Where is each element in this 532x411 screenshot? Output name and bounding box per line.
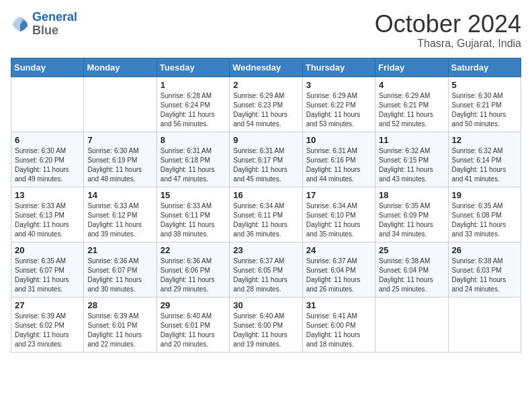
day-number: 4 bbox=[379, 80, 444, 90]
calendar-cell: 24Sunrise: 6:37 AM Sunset: 6:04 PM Dayli… bbox=[302, 242, 375, 297]
day-number: 2 bbox=[233, 80, 298, 90]
calendar-cell: 31Sunrise: 6:41 AM Sunset: 6:00 PM Dayli… bbox=[302, 297, 375, 352]
calendar-cell: 9Sunrise: 6:31 AM Sunset: 6:17 PM Daylig… bbox=[230, 132, 302, 187]
calendar-cell: 2Sunrise: 6:29 AM Sunset: 6:23 PM Daylig… bbox=[230, 77, 302, 132]
weekday-header-cell: Saturday bbox=[448, 58, 521, 77]
day-number: 30 bbox=[233, 300, 298, 310]
day-info: Sunrise: 6:35 AM Sunset: 6:09 PM Dayligh… bbox=[379, 201, 444, 239]
calendar-week-row: 20Sunrise: 6:35 AM Sunset: 6:07 PM Dayli… bbox=[11, 242, 521, 297]
calendar-cell bbox=[11, 77, 84, 132]
day-number: 7 bbox=[87, 135, 152, 145]
calendar-cell: 16Sunrise: 6:34 AM Sunset: 6:11 PM Dayli… bbox=[230, 187, 302, 242]
day-info: Sunrise: 6:31 AM Sunset: 6:18 PM Dayligh… bbox=[161, 146, 226, 184]
day-number: 26 bbox=[452, 245, 517, 255]
calendar-cell bbox=[375, 297, 448, 352]
day-info: Sunrise: 6:39 AM Sunset: 6:01 PM Dayligh… bbox=[87, 312, 152, 349]
calendar-cell bbox=[448, 297, 521, 352]
day-number: 14 bbox=[87, 190, 152, 200]
calendar-cell: 10Sunrise: 6:31 AM Sunset: 6:16 PM Dayli… bbox=[302, 132, 375, 187]
calendar-cell: 7Sunrise: 6:30 AM Sunset: 6:19 PM Daylig… bbox=[84, 132, 157, 187]
calendar-cell: 18Sunrise: 6:35 AM Sunset: 6:09 PM Dayli… bbox=[375, 187, 448, 242]
day-info: Sunrise: 6:34 AM Sunset: 6:10 PM Dayligh… bbox=[306, 201, 371, 239]
day-info: Sunrise: 6:35 AM Sunset: 6:07 PM Dayligh… bbox=[15, 257, 80, 294]
day-number: 23 bbox=[233, 245, 298, 255]
day-info: Sunrise: 6:36 AM Sunset: 6:06 PM Dayligh… bbox=[161, 257, 226, 294]
day-number: 15 bbox=[161, 190, 226, 200]
day-number: 13 bbox=[15, 190, 80, 200]
day-info: Sunrise: 6:37 AM Sunset: 6:04 PM Dayligh… bbox=[306, 257, 371, 294]
calendar-cell bbox=[84, 77, 157, 132]
day-number: 8 bbox=[161, 135, 226, 145]
day-number: 24 bbox=[306, 245, 371, 255]
calendar-cell: 20Sunrise: 6:35 AM Sunset: 6:07 PM Dayli… bbox=[11, 242, 84, 297]
day-info: Sunrise: 6:41 AM Sunset: 6:00 PM Dayligh… bbox=[306, 312, 371, 349]
calendar-cell: 19Sunrise: 6:35 AM Sunset: 6:08 PM Dayli… bbox=[448, 187, 521, 242]
day-number: 31 bbox=[306, 300, 371, 310]
day-info: Sunrise: 6:40 AM Sunset: 6:00 PM Dayligh… bbox=[233, 312, 298, 349]
calendar-cell: 8Sunrise: 6:31 AM Sunset: 6:18 PM Daylig… bbox=[157, 132, 229, 187]
calendar-cell: 14Sunrise: 6:33 AM Sunset: 6:12 PM Dayli… bbox=[84, 187, 157, 242]
weekday-header-row: SundayMondayTuesdayWednesdayThursdayFrid… bbox=[11, 58, 521, 77]
calendar-cell: 12Sunrise: 6:32 AM Sunset: 6:14 PM Dayli… bbox=[448, 132, 521, 187]
calendar-cell: 3Sunrise: 6:29 AM Sunset: 6:22 PM Daylig… bbox=[302, 77, 375, 132]
calendar-cell: 21Sunrise: 6:36 AM Sunset: 6:07 PM Dayli… bbox=[84, 242, 157, 297]
day-number: 3 bbox=[306, 80, 371, 90]
logo: General Blue bbox=[11, 11, 77, 38]
page-header: General Blue October 2024 Thasra, Gujara… bbox=[11, 11, 521, 50]
title-section: October 2024 Thasra, Gujarat, India bbox=[375, 11, 521, 50]
day-number: 12 bbox=[452, 135, 517, 145]
day-number: 29 bbox=[161, 300, 226, 310]
day-info: Sunrise: 6:31 AM Sunset: 6:17 PM Dayligh… bbox=[233, 146, 298, 184]
calendar-cell: 5Sunrise: 6:30 AM Sunset: 6:21 PM Daylig… bbox=[448, 77, 521, 132]
weekday-header-cell: Friday bbox=[375, 58, 448, 77]
calendar-cell: 13Sunrise: 6:33 AM Sunset: 6:13 PM Dayli… bbox=[11, 187, 84, 242]
weekday-header-cell: Wednesday bbox=[230, 58, 302, 77]
day-info: Sunrise: 6:33 AM Sunset: 6:12 PM Dayligh… bbox=[87, 201, 152, 239]
logo-text: General Blue bbox=[32, 11, 77, 38]
day-info: Sunrise: 6:29 AM Sunset: 6:23 PM Dayligh… bbox=[233, 91, 298, 129]
day-number: 6 bbox=[15, 135, 80, 145]
calendar-cell: 29Sunrise: 6:40 AM Sunset: 6:01 PM Dayli… bbox=[157, 297, 229, 352]
calendar-cell: 30Sunrise: 6:40 AM Sunset: 6:00 PM Dayli… bbox=[230, 297, 302, 352]
day-number: 16 bbox=[233, 190, 298, 200]
location: Thasra, Gujarat, India bbox=[375, 38, 521, 50]
calendar-week-row: 27Sunrise: 6:39 AM Sunset: 6:02 PM Dayli… bbox=[11, 297, 521, 352]
day-number: 28 bbox=[87, 300, 152, 310]
calendar-cell: 4Sunrise: 6:29 AM Sunset: 6:21 PM Daylig… bbox=[375, 77, 448, 132]
day-info: Sunrise: 6:36 AM Sunset: 6:07 PM Dayligh… bbox=[87, 257, 152, 294]
day-number: 22 bbox=[161, 245, 226, 255]
day-number: 1 bbox=[161, 80, 226, 90]
calendar-cell: 28Sunrise: 6:39 AM Sunset: 6:01 PM Dayli… bbox=[84, 297, 157, 352]
day-number: 21 bbox=[87, 245, 152, 255]
day-number: 9 bbox=[233, 135, 298, 145]
weekday-header-cell: Sunday bbox=[11, 58, 84, 77]
day-info: Sunrise: 6:30 AM Sunset: 6:19 PM Dayligh… bbox=[87, 146, 152, 184]
day-info: Sunrise: 6:29 AM Sunset: 6:22 PM Dayligh… bbox=[306, 91, 371, 129]
calendar-cell: 11Sunrise: 6:32 AM Sunset: 6:15 PM Dayli… bbox=[375, 132, 448, 187]
day-number: 18 bbox=[379, 190, 444, 200]
calendar-week-row: 13Sunrise: 6:33 AM Sunset: 6:13 PM Dayli… bbox=[11, 187, 521, 242]
weekday-header-cell: Thursday bbox=[302, 58, 375, 77]
day-info: Sunrise: 6:28 AM Sunset: 6:24 PM Dayligh… bbox=[161, 91, 226, 129]
day-info: Sunrise: 6:39 AM Sunset: 6:02 PM Dayligh… bbox=[15, 312, 80, 349]
calendar-table: SundayMondayTuesdayWednesdayThursdayFrid… bbox=[11, 58, 521, 353]
weekday-header-cell: Tuesday bbox=[157, 58, 229, 77]
day-number: 11 bbox=[379, 135, 444, 145]
day-number: 25 bbox=[379, 245, 444, 255]
day-info: Sunrise: 6:38 AM Sunset: 6:04 PM Dayligh… bbox=[379, 257, 444, 294]
day-number: 17 bbox=[306, 190, 371, 200]
day-number: 27 bbox=[15, 300, 80, 310]
day-info: Sunrise: 6:30 AM Sunset: 6:21 PM Dayligh… bbox=[452, 91, 517, 129]
month-title: October 2024 bbox=[375, 11, 521, 38]
logo-icon bbox=[11, 15, 30, 34]
calendar-cell: 6Sunrise: 6:30 AM Sunset: 6:20 PM Daylig… bbox=[11, 132, 84, 187]
day-info: Sunrise: 6:33 AM Sunset: 6:13 PM Dayligh… bbox=[15, 201, 80, 239]
day-info: Sunrise: 6:34 AM Sunset: 6:11 PM Dayligh… bbox=[233, 201, 298, 239]
calendar-cell: 17Sunrise: 6:34 AM Sunset: 6:10 PM Dayli… bbox=[302, 187, 375, 242]
calendar-cell: 25Sunrise: 6:38 AM Sunset: 6:04 PM Dayli… bbox=[375, 242, 448, 297]
calendar-cell: 1Sunrise: 6:28 AM Sunset: 6:24 PM Daylig… bbox=[157, 77, 229, 132]
day-info: Sunrise: 6:31 AM Sunset: 6:16 PM Dayligh… bbox=[306, 146, 371, 184]
day-number: 20 bbox=[15, 245, 80, 255]
weekday-header-cell: Monday bbox=[84, 58, 157, 77]
calendar-body: 1Sunrise: 6:28 AM Sunset: 6:24 PM Daylig… bbox=[11, 77, 521, 352]
